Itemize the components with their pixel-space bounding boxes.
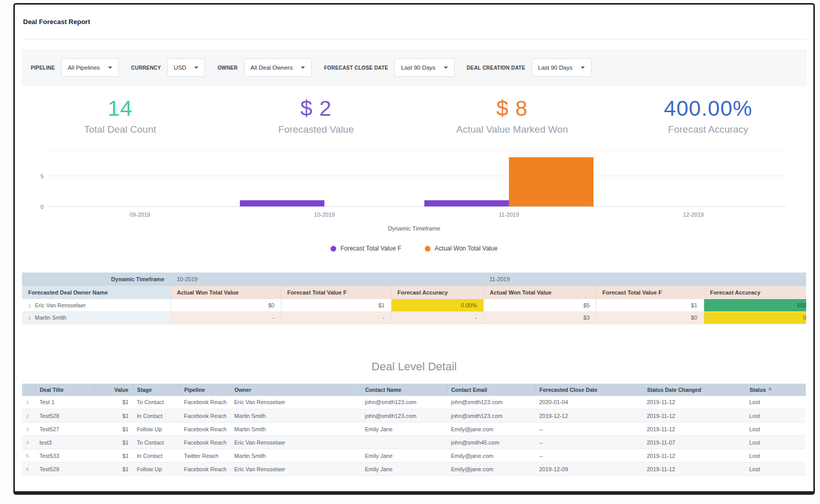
deal-row-test527: 3Test527$1Follow UpFacebook ReachMartin … (22, 423, 805, 436)
sort-ascending-icon: ^ (769, 387, 772, 393)
deal-cell-contact-email: john@smith123.com (447, 409, 535, 423)
pivot-value-cell: - (171, 311, 281, 324)
legend-item-forecast-total-value-f[interactable]: Forecast Total Value F (331, 245, 401, 252)
pivot-value-cell: $3 (483, 311, 596, 324)
deal-col-status[interactable]: Status^ (745, 384, 805, 396)
deal-cell-forecasted-close-date: 2019-12-09 (535, 463, 643, 476)
pivot-value-cell: - (281, 311, 391, 324)
deal-col-stage[interactable]: Stage (133, 384, 180, 396)
deal-row-number: 4 (22, 436, 35, 449)
filter-value-currency: USD (174, 65, 186, 71)
pivot-col-forecast-total-value-f-4: Forecast Total Value F (596, 286, 704, 299)
forecast-total-value-f-bar-10-2019[interactable] (240, 200, 324, 206)
deal-level-detail-table: Deal TitleValueStagePipelineOwnerContact… (22, 384, 806, 476)
chevron-down-icon (108, 67, 112, 71)
x-tick-label-09-2019: 09-2019 (130, 212, 150, 218)
kpi-label-forecast-accuracy: Forecast Accuracy (610, 124, 807, 135)
kpi-total-deal-count: 14Total Deal Count (22, 98, 218, 135)
filter-label-forecast-close-date: FORECAST CLOSE DATE (324, 65, 388, 71)
filter-label-owner: OWNER (217, 65, 237, 71)
deal-cell-value: $1 (94, 396, 133, 409)
deal-cell-contact-email: john@smith45.com (447, 436, 535, 449)
deal-cell-owner: Eric Van Rensselaer (230, 396, 361, 409)
owner-select[interactable]: All Deal Owners (244, 58, 312, 77)
deal-col-forecasted-close-date[interactable]: Forecasted Close Date (535, 384, 643, 396)
deal-cell-contact-name: Emily Jane (361, 463, 447, 476)
chevron-down-icon (581, 67, 585, 71)
deal-col-contact-name[interactable]: Contact Name (361, 384, 447, 396)
legend-item-actual-won-total-value[interactable]: Actual Won Total Value (425, 245, 498, 252)
deal-col-contact-email[interactable]: Contact Email (447, 384, 535, 396)
pivot-group-label: Dynamic Timeframe (22, 272, 171, 286)
pivot-col-actual-won-total-value-0: Actual Won Total Value (171, 286, 281, 299)
deal-col-value[interactable]: Value (94, 384, 133, 396)
pivot-value-cell: $1 (596, 299, 704, 311)
filter-deal-creation-date: DEAL CREATION DATELast 90 Days (467, 58, 591, 77)
pivot-row-number: 1 (28, 303, 35, 308)
kpi-label-forecasted-value: Forecasted Value (218, 124, 415, 135)
deal-cell-value: $1 (94, 423, 133, 436)
filter-value-forecast-close-date: Last 90 Days (401, 65, 435, 71)
deal-col-status-date-changed[interactable]: Status Date Changed (643, 384, 745, 396)
deal-col-deal-title[interactable]: Deal Title (35, 384, 94, 396)
deal-cell-stage: In Contact (133, 449, 180, 463)
filter-value-pipeline: All Pipelines (68, 65, 100, 71)
deal-creation-date-select[interactable]: Last 90 Days (531, 58, 591, 77)
deal-row-test3: 4test3$1To ContactFacebook ReachEric Van… (22, 436, 805, 449)
deal-cell-deal-title: Test 1 (35, 396, 94, 409)
gridline-5 (48, 176, 786, 176)
forecast-total-value-f-bar-11-2019[interactable] (424, 200, 509, 206)
currency-select[interactable]: USD (167, 58, 205, 77)
deal-cell-status-date-changed: 2019-11-07 (643, 436, 745, 449)
y-tick-label-0: 0 (33, 204, 44, 210)
kpi-value-actual-value-marked-won: $ 8 (414, 98, 610, 119)
deal-row-number: 1 (22, 396, 35, 409)
deal-row-number: 3 (22, 423, 35, 436)
deal-cell-contact-email: Emily@jane.com (447, 449, 535, 463)
deal-cell-contact-email: Emily@jane.com (447, 423, 535, 436)
pivot-owner-name-text: Martin Smith (35, 314, 67, 321)
deal-cell-deal-title: Test533 (35, 449, 94, 463)
deal-cell-stage: Follow Up (133, 463, 180, 476)
chevron-down-icon (301, 67, 305, 71)
pivot-column-header-row: Forecasted Deal Owner NameActual Won Tot… (22, 286, 806, 299)
actual-won-total-value-bar-11-2019[interactable] (509, 157, 593, 206)
deal-cell-pipeline: Twitter Reach (180, 449, 230, 463)
deal-row-test528: 2Test528$1In ContactFacebook ReachMartin… (22, 409, 805, 423)
deal-col-pipeline[interactable]: Pipeline (180, 384, 230, 396)
deal-cell-stage: In Contact (133, 409, 180, 423)
forecast-accuracy-cell: 0.00% (704, 311, 806, 324)
deal-row-test529: 6Test529$1Follow UpFacebook ReachEric Va… (22, 463, 805, 476)
filter-owner: OWNERAll Deal Owners (217, 58, 312, 77)
deal-cell-forecasted-close-date: -- (535, 436, 643, 449)
deal-cell-deal-title: Test527 (35, 423, 94, 436)
filter-label-pipeline: PIPELINE (31, 65, 55, 71)
deal-cell-pipeline: Facebook Reach (180, 423, 230, 436)
pivot-col-forecasted-deal-owner-name: Forecasted Deal Owner Name (22, 286, 171, 299)
kpi-label-actual-value-marked-won: Actual Value Marked Won (414, 124, 610, 135)
filter-currency: CURRENCYUSD (131, 58, 206, 77)
deal-cell-status: Lost (745, 436, 805, 449)
deal-cell-forecasted-close-date: -- (535, 423, 643, 436)
pivot-owner-name: 2Martin Smith (22, 311, 171, 324)
deal-cell-status: Lost (745, 423, 805, 436)
filter-bar: PIPELINEAll PipelinesCURRENCYUSDOWNERAll… (22, 50, 806, 86)
pipeline-select[interactable]: All Pipelines (61, 58, 119, 77)
pivot-col-actual-won-total-value-3: Actual Won Total Value (483, 286, 596, 299)
deal-col-owner[interactable]: Owner (230, 384, 361, 396)
deal-cell-pipeline: Facebook Reach (180, 396, 230, 409)
y-tick-label-5: 5 (33, 173, 44, 179)
legend-label-forecast-total-value-f: Forecast Total Value F (340, 245, 401, 252)
pivot-value-cell: $0 (171, 299, 281, 311)
deal-cell-pipeline: Facebook Reach (180, 409, 230, 423)
deal-col-row-number (22, 384, 35, 396)
header-divider (22, 39, 806, 39)
forecast-total-value-f-swatch-icon (331, 246, 336, 251)
deal-level-detail-title: Deal Level Detail (22, 360, 806, 373)
legend-label-actual-won-total-value: Actual Won Total Value (435, 245, 498, 252)
deal-cell-stage: Follow Up (133, 423, 180, 436)
actual-won-total-value-swatch-icon (425, 246, 430, 251)
deal-cell-contact-name: Emily Jane (361, 449, 447, 463)
pivot-col-forecast-accuracy-5: Forecast Accuracy (704, 286, 806, 299)
forecast-close-date-select[interactable]: Last 90 Days (394, 58, 454, 77)
